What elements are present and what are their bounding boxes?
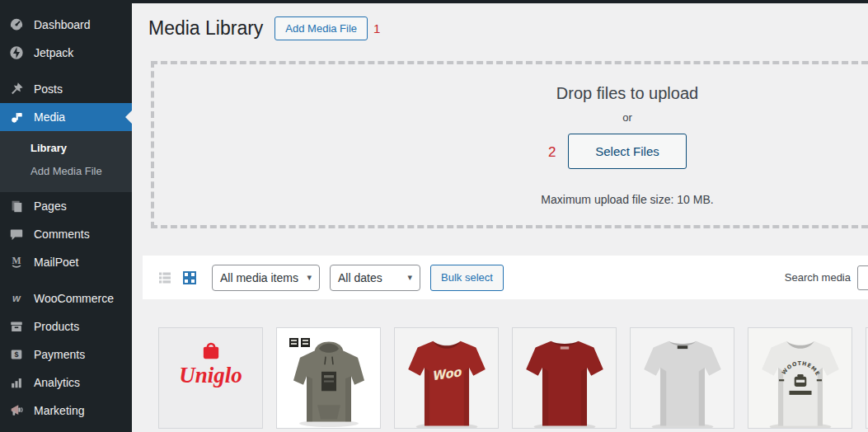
sidebar-item-label: Posts: [34, 82, 63, 96]
dropzone-inner: Drop files to upload or 2 Select Files M…: [154, 64, 868, 206]
page-header: Media Library Add Media File 1: [148, 16, 380, 41]
dropzone-or-text: or: [154, 111, 868, 124]
pushpin-icon: [7, 81, 26, 97]
media-toolbar: All media items ▾ All dates ▾ Bulk selec…: [143, 256, 868, 299]
select-files-button[interactable]: Select Files: [568, 134, 687, 169]
svg-text:$: $: [14, 350, 18, 359]
content-area: Media Library Add Media File 1 Drop file…: [132, 3, 868, 432]
box-icon: [7, 318, 26, 335]
add-media-file-button[interactable]: Add Media File: [274, 16, 368, 40]
sidebar-item-dashboard[interactable]: Dashboard: [0, 11, 132, 39]
sidebar-item-label: MailPoet: [34, 256, 78, 269]
comment-icon: [7, 226, 26, 242]
sidebar-item-analytics[interactable]: Analytics: [0, 369, 132, 397]
red-woo-tshirt-image: Woo: [404, 335, 490, 429]
light-tshirt-back-image: [640, 335, 725, 429]
sidebar-item-marketing[interactable]: Marketing: [0, 397, 132, 425]
svg-text:w: w: [12, 293, 21, 304]
svg-text:M: M: [12, 256, 21, 266]
sidebar-item-label: Media: [34, 110, 65, 124]
sidebar-item-products[interactable]: Products: [0, 312, 132, 340]
uniglo-logo: Uniglo: [159, 328, 262, 388]
admin-sidebar: Dashboard Jetpack Posts Media: [0, 0, 132, 432]
chevron-down-icon: ▾: [307, 272, 312, 283]
bulk-select-button[interactable]: Bulk select: [430, 265, 504, 291]
sidebar-item-mailpoet[interactable]: M MailPoet: [0, 248, 132, 276]
menu-separator: [0, 67, 132, 75]
jetpack-icon: [7, 45, 26, 61]
active-menu-arrow: [125, 110, 132, 124]
search-group: Search media: [785, 265, 868, 290]
media-item-gray-hoodie[interactable]: [276, 327, 381, 429]
list-view-button[interactable]: [152, 265, 177, 290]
woothemes-tshirt-image: WOOTHEMES: [758, 335, 843, 429]
sidebar-item-label: Dashboard: [34, 18, 91, 31]
red-tshirt-back-image: [522, 335, 608, 429]
max-upload-size-note: Maximum upload file size: 10 MB.: [154, 193, 868, 206]
chevron-down-icon: ▾: [407, 272, 412, 283]
search-media-input[interactable]: [857, 265, 868, 290]
date-filter-value: All dates: [338, 271, 382, 284]
media-item-uniglo-logo[interactable]: Uniglo: [158, 327, 263, 429]
media-item-light-tshirt-back[interactable]: [630, 327, 734, 429]
submenu-item-library[interactable]: Library: [0, 137, 132, 160]
pages-icon: [7, 198, 26, 214]
sidebar-item-label: WooCommerce: [34, 292, 114, 305]
sidebar-item-label: Marketing: [34, 404, 84, 417]
sidebar-item-posts[interactable]: Posts: [0, 75, 132, 103]
dropzone-button-row: 2 Select Files: [154, 134, 868, 171]
media-icon: [7, 109, 26, 125]
shopping-bag-icon: [199, 339, 223, 362]
bar-chart-icon: [7, 374, 26, 391]
dropzone-heading: Drop files to upload: [154, 84, 868, 103]
media-type-filter-value: All media items: [220, 271, 298, 284]
sidebar-item-label: Analytics: [34, 376, 80, 389]
sidebar-item-label: Pages: [34, 200, 67, 213]
search-media-label: Search media: [785, 271, 851, 284]
list-view-icon: [157, 270, 173, 286]
media-item-red-tshirt-back[interactable]: [512, 327, 617, 429]
wordpress-media-library-page: Dashboard Jetpack Posts Media: [0, 0, 868, 432]
dashboard-icon: [7, 16, 26, 33]
woocommerce-icon: w: [7, 290, 26, 307]
mailpoet-icon: M: [7, 254, 26, 270]
uniglo-brand-text: Uniglo: [179, 364, 242, 388]
admin-menu: Dashboard Jetpack Posts Media: [0, 0, 132, 425]
annotation-1: 1: [373, 21, 380, 35]
sidebar-item-payments[interactable]: $ Payments: [0, 340, 132, 369]
submenu-item-add-media-file[interactable]: Add Media File: [0, 160, 132, 183]
grid-view-button[interactable]: [177, 265, 202, 290]
upload-dropzone[interactable]: Drop files to upload or 2 Select Files M…: [151, 61, 868, 228]
menu-separator: [0, 276, 132, 284]
gray-hoodie-image: [288, 335, 370, 427]
media-type-filter-select[interactable]: All media items ▾: [212, 265, 320, 291]
sidebar-item-jetpack[interactable]: Jetpack: [0, 39, 132, 67]
sidebar-item-pages[interactable]: Pages: [0, 192, 132, 220]
sidebar-item-label: Products: [34, 320, 79, 333]
sidebar-item-woocommerce[interactable]: w WooCommerce: [0, 284, 132, 312]
dollar-icon: $: [7, 346, 26, 363]
media-submenu: Library Add Media File: [0, 131, 132, 192]
sidebar-item-label: Comments: [34, 228, 90, 241]
date-filter-select[interactable]: All dates ▾: [330, 265, 420, 291]
media-item-woothemes-tshirt[interactable]: WOOTHEMES: [748, 327, 852, 429]
media-item-woo-tshirt-front[interactable]: Woo: [394, 327, 499, 429]
page-title: Media Library: [148, 16, 263, 41]
sidebar-item-label: Jetpack: [34, 46, 73, 59]
sidebar-item-media[interactable]: Media: [0, 103, 132, 131]
grid-view-icon: [181, 270, 198, 286]
sidebar-item-comments[interactable]: Comments: [0, 220, 132, 248]
sidebar-item-label: Payments: [34, 348, 85, 361]
annotation-2: 2: [548, 144, 556, 161]
megaphone-icon: [7, 402, 26, 419]
